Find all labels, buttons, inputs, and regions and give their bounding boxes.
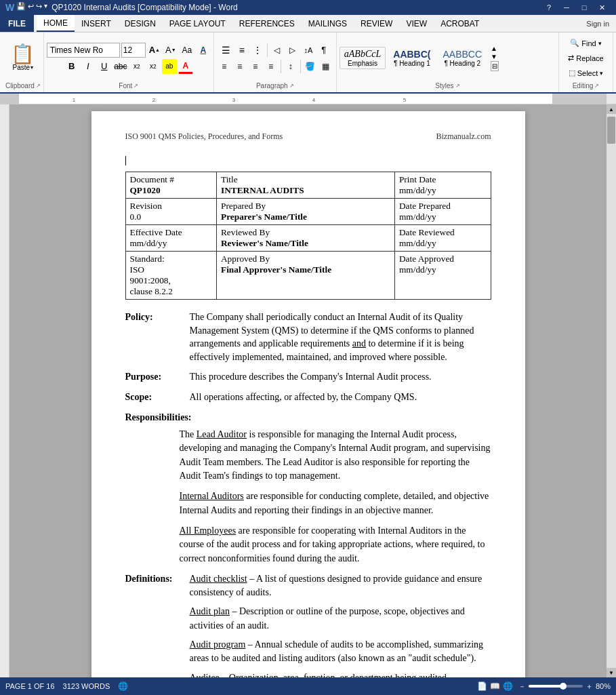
zoom-in-btn[interactable]: ＋ xyxy=(586,681,593,692)
replace-btn[interactable]: ⇄ Replace xyxy=(564,52,607,64)
redo-icon[interactable]: ↪ xyxy=(36,2,42,13)
line-spacing-btn[interactable]: ↕ xyxy=(283,59,298,74)
select-arrow: ▾ xyxy=(600,70,603,77)
scroll-up-btn[interactable]: ▲ xyxy=(607,104,616,114)
restore-btn[interactable]: □ xyxy=(575,1,593,14)
select-icon: ⬚ xyxy=(569,68,575,77)
table-cell: Print Date mm/dd/yy xyxy=(394,172,491,199)
sort-btn[interactable]: ↕A xyxy=(301,43,316,58)
decrease-indent-btn[interactable]: ◁ xyxy=(270,43,285,58)
font-size-input[interactable] xyxy=(121,43,146,58)
font-expand-icon[interactable]: ↗ xyxy=(134,83,138,89)
all-employees-underline: All Employees xyxy=(180,525,237,536)
numbering-btn[interactable]: ≡ xyxy=(234,43,249,58)
strikethrough-btn[interactable]: abc xyxy=(113,59,128,74)
acrobat-tab[interactable]: ACROBAT xyxy=(434,15,486,32)
select-label: Select xyxy=(577,69,598,77)
document-area: ISO 9001 QMS Policies, Procedures, and F… xyxy=(9,104,607,677)
table-cell: Date Prepared mm/dd/yy xyxy=(394,199,491,225)
underline-btn[interactable]: U xyxy=(97,59,112,74)
review-tab[interactable]: REVIEW xyxy=(354,15,399,32)
scroll-down-btn[interactable]: ▼ xyxy=(607,668,616,677)
print-layout-icon[interactable]: 📄 xyxy=(477,681,487,691)
multilevel-btn[interactable]: ⋮ xyxy=(250,43,265,58)
increase-indent-btn[interactable]: ▷ xyxy=(285,43,300,58)
styles-expand-icon[interactable]: ↗ xyxy=(455,83,460,89)
grow-font-btn[interactable]: A▲ xyxy=(147,43,162,58)
cell-value: INTERNAL AUDITS xyxy=(221,185,390,196)
shrink-font-btn[interactable]: A▼ xyxy=(163,43,178,58)
clipboard-expand-icon[interactable]: ↗ xyxy=(36,83,41,89)
superscript-btn[interactable]: x2 xyxy=(146,59,161,74)
web-layout-icon[interactable]: 🌐 xyxy=(503,681,513,691)
home-tab[interactable]: HOME xyxy=(37,15,75,32)
select-btn[interactable]: ⬚ Select ▾ xyxy=(565,66,607,79)
and-underline: and xyxy=(352,338,366,349)
file-menu-btn[interactable]: FILE xyxy=(0,15,34,32)
vertical-scrollbar[interactable]: ▲ ▼ xyxy=(607,104,616,677)
bullets-btn[interactable]: ☰ xyxy=(219,43,234,58)
mailings-tab[interactable]: MAILINGS xyxy=(302,15,354,32)
zoom-thumb[interactable] xyxy=(560,683,567,690)
styles-scroll[interactable]: ▲ ▼ ⊟ xyxy=(491,45,499,71)
signin-link[interactable]: Sign in xyxy=(586,20,616,28)
cell-label: Prepared By xyxy=(221,201,390,212)
document-page[interactable]: ISO 9001 QMS Policies, Procedures, and F… xyxy=(91,111,525,677)
style-heading1[interactable]: AABBC( ¶ Heading 1 xyxy=(388,47,435,69)
text-effects-btn[interactable]: A xyxy=(196,43,211,58)
page-layout-tab[interactable]: PAGE LAYOUT xyxy=(163,15,232,32)
status-bar-right: 📄 📖 🌐 － ＋ 80% xyxy=(477,681,611,692)
font-name-input[interactable] xyxy=(47,43,120,58)
table-row: Standard: ISO9001:2008,clause 8.2.2 Appr… xyxy=(125,252,491,300)
undo-icon[interactable]: ↩ xyxy=(28,2,34,13)
save-icon[interactable]: 💾 xyxy=(16,2,26,13)
clear-format-btn[interactable]: Aa xyxy=(180,43,194,58)
editing-expand-icon[interactable]: ↗ xyxy=(594,83,599,89)
status-bar-left: PAGE 1 OF 16 3123 WORDS 🌐 xyxy=(5,681,128,691)
borders-btn[interactable]: ▦ xyxy=(319,59,333,74)
align-left-btn[interactable]: ≡ xyxy=(217,59,232,74)
help-btn[interactable]: ? xyxy=(540,1,558,14)
window-controls[interactable]: ? ─ □ ✕ xyxy=(540,1,611,14)
term-audit-checklist: Audit checklist xyxy=(190,574,247,584)
align-center-btn[interactable]: ≡ xyxy=(232,59,247,74)
show-marks-btn[interactable]: ¶ xyxy=(316,43,331,58)
zoom-track[interactable] xyxy=(529,685,583,688)
cell-value: Final Approver's Name/Title xyxy=(221,264,390,275)
justify-btn[interactable]: ≡ xyxy=(264,59,279,74)
cell-value: mm/dd/yy xyxy=(130,238,212,249)
lead-auditor-underline: Lead Auditor xyxy=(197,429,247,439)
title-bar-left: W 💾 ↩ ↪ ▾ QP1020 Internal Audits [Compat… xyxy=(5,2,238,13)
read-mode-icon[interactable]: 📖 xyxy=(490,681,500,691)
shading-btn[interactable]: 🪣 xyxy=(303,59,318,74)
scroll-thumb[interactable] xyxy=(607,117,615,144)
zoom-out-btn[interactable]: － xyxy=(518,681,526,692)
references-tab[interactable]: REFERENCES xyxy=(232,15,302,32)
style-emphasis[interactable]: aABbCcL Emphasis xyxy=(340,47,386,69)
view-tab[interactable]: VIEW xyxy=(399,15,434,32)
ruler-center[interactable]: 1 2 3 4 5 xyxy=(19,94,552,104)
font-color-btn[interactable]: A xyxy=(178,59,193,74)
font-label: Font ↗ xyxy=(47,82,211,91)
title-bar: W 💾 ↩ ↪ ▾ QP1020 Internal Audits [Compat… xyxy=(0,0,616,15)
responsibilities-section: Responsibilities: The Lead Auditor is re… xyxy=(125,411,491,565)
italic-btn[interactable]: I xyxy=(81,59,96,74)
paragraph-expand-icon[interactable]: ↗ xyxy=(289,83,294,89)
bold-btn[interactable]: B xyxy=(64,59,79,74)
design-tab[interactable]: DESIGN xyxy=(118,15,163,32)
align-right-btn[interactable]: ≡ xyxy=(248,59,263,74)
paste-label: Paste ▾ xyxy=(13,64,34,71)
find-arrow: ▾ xyxy=(598,40,602,47)
def-item-1: Audit checklist – A list of questions de… xyxy=(190,572,491,600)
style-heading2[interactable]: AABBCC ¶ Heading 2 xyxy=(438,47,487,69)
customize-icon[interactable]: ▾ xyxy=(44,2,47,13)
find-btn[interactable]: 🔍 Find ▾ xyxy=(567,37,604,49)
zoom-bar[interactable]: － ＋ 80% xyxy=(518,681,611,692)
close-btn[interactable]: ✕ xyxy=(593,1,611,14)
internal-auditors-underline: Internal Auditors xyxy=(180,491,244,501)
subscript-btn[interactable]: x2 xyxy=(129,59,144,74)
insert-tab[interactable]: INSERT xyxy=(75,15,118,32)
text-highlight-btn[interactable]: ab xyxy=(162,59,177,74)
minimize-btn[interactable]: ─ xyxy=(558,1,575,14)
paste-btn[interactable]: 📋 Paste ▾ xyxy=(11,45,35,71)
